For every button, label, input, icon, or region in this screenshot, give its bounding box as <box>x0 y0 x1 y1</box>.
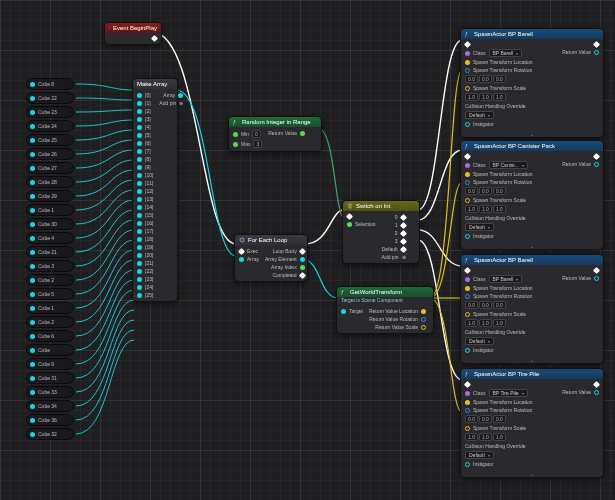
var-out-pin[interactable] <box>30 110 35 115</box>
array-index-pin[interactable]: [15] <box>137 212 153 218</box>
variable-pill[interactable]: Cube 9 <box>26 358 74 370</box>
class-dropdown[interactable]: BP Barell <box>489 275 523 283</box>
class-dropdown[interactable]: BP Barell <box>489 49 523 57</box>
expand-arrow-icon[interactable]: ⌄ <box>461 130 603 137</box>
var-out-pin[interactable] <box>30 194 35 199</box>
return-value-pin[interactable]: Return Value <box>562 275 599 281</box>
spawn-location-pin[interactable]: Spawn Transform Location <box>465 171 556 177</box>
exec-in-pin[interactable]: Exec <box>239 248 259 254</box>
array-in-pin[interactable]: Array <box>239 256 259 262</box>
node-switch-on-int[interactable]: Switch on Int Selection 0123Default⊕Add … <box>342 200 420 264</box>
variable-pill[interactable]: Cube 24 <box>26 120 74 132</box>
array-index-pin[interactable]: [4] <box>137 124 153 130</box>
array-index-pin[interactable]: [8] <box>137 156 153 162</box>
array-index-pin[interactable]: [21] <box>137 260 153 266</box>
array-index-pin[interactable]: [16] <box>137 220 153 226</box>
class-pin[interactable]: ClassBP Barell <box>465 49 556 57</box>
exec-out-pin[interactable] <box>594 154 599 159</box>
variable-pill[interactable]: Cube 6 <box>26 330 74 342</box>
target-pin[interactable]: Target <box>341 308 363 314</box>
selection-pin[interactable]: Selection <box>347 221 376 227</box>
class-pin[interactable]: ClassBP Canist... <box>465 161 556 169</box>
rotation-value[interactable]: 0.00.00.0 <box>465 75 556 83</box>
array-out-pin[interactable]: Array <box>163 92 183 98</box>
var-out-pin[interactable] <box>30 124 35 129</box>
var-out-pin[interactable] <box>30 96 35 101</box>
exec-in-pin[interactable] <box>465 268 556 273</box>
exec-in-pin[interactable] <box>347 214 376 219</box>
collision-dropdown[interactable]: Default <box>465 223 556 231</box>
array-index-pin[interactable]: [0] <box>137 92 153 98</box>
var-out-pin[interactable] <box>30 152 35 157</box>
node-spawn-actor[interactable]: ƒ SpawnActor BP Barell ClassBP Barell Sp… <box>460 28 604 138</box>
variable-pill[interactable]: Cube 30 <box>26 218 74 230</box>
switch-case-pin[interactable]: 1 <box>395 222 406 228</box>
expand-arrow-icon[interactable]: ⌄ <box>461 470 603 477</box>
variable-pill[interactable]: Cube 33 <box>26 386 74 398</box>
array-index-pin[interactable]: [13] <box>137 196 153 202</box>
collision-dropdown[interactable]: Default <box>465 451 556 459</box>
exec-out-pin[interactable] <box>594 382 599 387</box>
var-out-pin[interactable] <box>30 376 35 381</box>
return-value-pin[interactable]: Return Value <box>562 49 599 55</box>
add-pin-button[interactable]: ⊕Add pin <box>382 254 406 260</box>
loop-body-pin[interactable]: Loop Body <box>273 248 305 254</box>
var-out-pin[interactable] <box>30 418 35 423</box>
variable-pill[interactable]: Cube 8 <box>26 78 74 90</box>
class-pin[interactable]: ClassBP Barell <box>465 275 556 283</box>
variable-pill[interactable]: Cube 27 <box>26 162 74 174</box>
spawn-scale-pin[interactable]: Spawn Transform Scale <box>465 197 556 203</box>
scale-value[interactable]: 1.01.01.0 <box>465 205 556 213</box>
scale-value[interactable]: 1.01.01.0 <box>465 93 556 101</box>
scale-value[interactable]: 1.01.01.0 <box>465 319 556 327</box>
var-out-pin[interactable] <box>30 222 35 227</box>
var-out-pin[interactable] <box>30 138 35 143</box>
variable-pill[interactable]: Cube 25 <box>26 134 74 146</box>
spawn-rotation-pin[interactable]: Spawn Transform Rotation <box>465 67 556 73</box>
node-random-integer[interactable]: ƒ Random Integer in Range Min0 Max3 Retu… <box>228 116 322 152</box>
exec-out-pin[interactable] <box>594 268 599 273</box>
variable-pill[interactable]: Cube 29 <box>26 190 74 202</box>
class-dropdown[interactable]: BP Tire Pile <box>489 389 528 397</box>
array-index-pin[interactable]: [12] <box>137 188 153 194</box>
array-index-pin[interactable]: [10] <box>137 172 153 178</box>
node-spawn-actor[interactable]: ƒ SpawnActor BP Tire Pile ClassBP Tire P… <box>460 368 604 478</box>
node-make-array[interactable]: Make Array [0][1][2][3][4][5][6][7][8][9… <box>132 78 178 302</box>
node-event-beginplay[interactable]: Event BeginPlay <box>104 22 162 45</box>
array-index-pin[interactable]: [17] <box>137 228 153 234</box>
switch-default-pin[interactable]: Default <box>382 246 406 252</box>
spawn-scale-pin[interactable]: Spawn Transform Scale <box>465 425 556 431</box>
return-value-pin[interactable]: Return Value <box>562 161 599 167</box>
collision-dropdown[interactable]: Default <box>465 337 556 345</box>
node-spawn-actor[interactable]: ƒ SpawnActor BP Barell ClassBP Barell Sp… <box>460 254 604 364</box>
class-dropdown[interactable]: BP Canist... <box>489 161 528 169</box>
var-out-pin[interactable] <box>30 166 35 171</box>
var-out-pin[interactable] <box>30 432 35 437</box>
variable-pill[interactable]: Cube 2 <box>26 274 74 286</box>
var-out-pin[interactable] <box>30 334 35 339</box>
expand-arrow-icon[interactable]: ⌄ <box>461 242 603 249</box>
array-index-pin[interactable]: [6] <box>137 140 153 146</box>
switch-case-pin[interactable]: 3 <box>395 238 406 244</box>
array-index-pin[interactable]: [3] <box>137 116 153 122</box>
instigator-pin[interactable]: Instigator <box>465 347 556 353</box>
spawn-location-pin[interactable]: Spawn Transform Location <box>465 285 556 291</box>
exec-in-pin[interactable] <box>465 382 556 387</box>
expand-arrow-icon[interactable]: ⌄ <box>461 356 603 363</box>
exec-out-pin[interactable] <box>152 36 157 41</box>
exec-in-pin[interactable] <box>465 154 556 159</box>
array-index-pin[interactable]: [24] <box>137 284 153 290</box>
variable-pill[interactable]: Cube 22 <box>26 92 74 104</box>
var-out-pin[interactable] <box>30 292 35 297</box>
scale-value[interactable]: 1.01.01.0 <box>465 433 556 441</box>
spawn-location-pin[interactable]: Spawn Transform Location <box>465 59 556 65</box>
spawn-rotation-pin[interactable]: Spawn Transform Rotation <box>465 407 556 413</box>
var-out-pin[interactable] <box>30 250 35 255</box>
variable-pill[interactable]: Cube 28 <box>26 176 74 188</box>
return-value-pin[interactable]: Return Value <box>562 389 599 395</box>
array-index-pin[interactable]: [18] <box>137 236 153 242</box>
array-element-pin[interactable]: Array Element <box>265 256 305 262</box>
max-pin[interactable]: Max3 <box>233 140 262 148</box>
var-out-pin[interactable] <box>30 208 35 213</box>
collision-dropdown[interactable]: Default <box>465 111 556 119</box>
